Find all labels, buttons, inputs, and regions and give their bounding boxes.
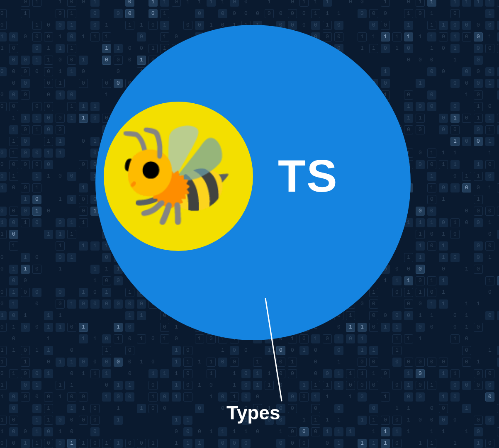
bee-icon: 🐝 — [117, 126, 236, 222]
callout-label: Types — [226, 402, 280, 424]
diagram-stage: 0110010110111100101110010111111001010000… — [0, 0, 499, 448]
outer-circle-label: TS — [278, 149, 338, 202]
inner-circle-js: 🐝 — [104, 102, 253, 251]
